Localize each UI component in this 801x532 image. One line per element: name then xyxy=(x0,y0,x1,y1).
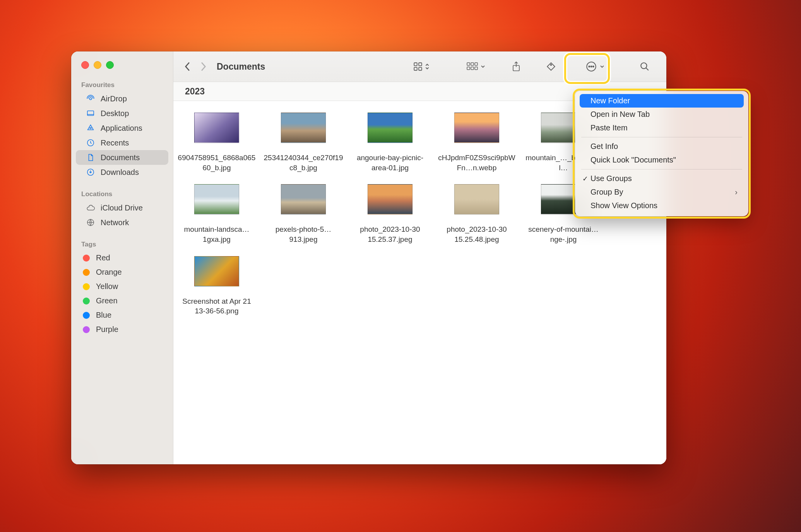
sidebar-item-icloud[interactable]: iCloud Drive xyxy=(76,200,168,215)
menu-item-label: Show View Options xyxy=(590,201,657,210)
menu-item[interactable]: Paste Item xyxy=(580,121,744,135)
close-window-button[interactable] xyxy=(81,61,89,69)
file-name: 25341240344_ce270f19c8_b.jpg xyxy=(263,153,344,173)
sidebar-item-label: iCloud Drive xyxy=(101,204,143,212)
menu-item[interactable]: Show View Options xyxy=(580,199,744,212)
menu-item-label: Open in New Tab xyxy=(590,110,650,119)
file-thumbnail xyxy=(454,113,499,143)
file-name: 6904758951_6868a06560_b.jpg xyxy=(176,153,257,173)
tag-dot-icon xyxy=(83,326,90,333)
svg-rect-12 xyxy=(475,63,478,65)
menu-item[interactable]: ✓Use Groups xyxy=(580,172,744,185)
downloads-icon xyxy=(86,168,95,177)
file-name: Screenshot at Apr 21 13-36-56.png xyxy=(176,296,257,316)
sidebar-item-recents[interactable]: Recents xyxy=(76,135,168,150)
tags-header: Tags xyxy=(71,238,173,251)
file-thumbnail xyxy=(194,113,239,143)
file-item[interactable]: Screenshot at Apr 21 13-36-56.png xyxy=(173,256,260,316)
tag-dot-icon xyxy=(83,298,90,304)
tag-orange[interactable]: Orange xyxy=(71,265,173,279)
svg-rect-7 xyxy=(419,63,422,66)
toolbar: Documents xyxy=(173,51,666,82)
menu-item[interactable]: Quick Look "Documents" xyxy=(580,153,744,167)
file-item[interactable]: photo_2023-10-30 15.25.48.jpeg xyxy=(433,184,520,244)
svg-rect-15 xyxy=(475,67,478,70)
menu-item-label: Use Groups xyxy=(590,174,632,183)
applications-icon xyxy=(86,123,95,133)
menu-item[interactable]: Group By› xyxy=(580,185,744,199)
file-item[interactable]: cHJpdmF0ZS9sci9pbWFn…n.webp xyxy=(433,113,520,173)
file-name: mountain-landsca…1gxa.jpg xyxy=(176,224,257,244)
window-title: Documents xyxy=(217,62,265,72)
forward-button[interactable] xyxy=(197,60,209,74)
file-name: cHJpdmF0ZS9sci9pbWFn…n.webp xyxy=(436,153,517,173)
minimize-window-button[interactable] xyxy=(94,61,101,69)
svg-rect-1 xyxy=(87,111,94,116)
fullscreen-window-button[interactable] xyxy=(106,61,114,69)
back-button[interactable] xyxy=(182,60,193,74)
chevron-down-icon xyxy=(481,65,485,68)
menu-item[interactable]: Get Info xyxy=(580,140,744,153)
sidebar-item-documents[interactable]: Documents xyxy=(76,150,168,165)
file-item[interactable]: mountain-landsca…1gxa.jpg xyxy=(173,184,260,244)
sidebar-item-airdrop[interactable]: AirDrop xyxy=(76,91,168,106)
sidebar-item-label: Documents xyxy=(101,153,140,162)
menu-item[interactable]: New Folder xyxy=(580,94,744,108)
tag-purple[interactable]: Purple xyxy=(71,322,173,337)
recents-icon xyxy=(86,138,95,147)
sidebar: Favourites AirDrop Desktop Applications … xyxy=(71,51,173,464)
file-thumbnail xyxy=(281,113,326,143)
tag-red[interactable]: Red xyxy=(71,251,173,265)
svg-rect-8 xyxy=(414,67,417,70)
tag-yellow[interactable]: Yellow xyxy=(71,279,173,294)
sidebar-item-desktop[interactable]: Desktop xyxy=(76,106,168,121)
share-button[interactable] xyxy=(505,59,527,74)
group-view-button[interactable] xyxy=(464,59,488,74)
tag-blue[interactable]: Blue xyxy=(71,308,173,322)
tag-label: Green xyxy=(96,296,118,305)
locations-header: Locations xyxy=(71,187,173,200)
file-item[interactable]: 25341240344_ce270f19c8_b.jpg xyxy=(260,113,347,173)
svg-rect-6 xyxy=(414,63,417,66)
file-item[interactable]: angourie-bay-picnic-area-01.jpg xyxy=(347,113,433,173)
sidebar-item-network[interactable]: Network xyxy=(76,215,168,230)
cloud-icon xyxy=(86,203,95,212)
check-icon: ✓ xyxy=(582,174,588,183)
window-controls xyxy=(71,61,173,78)
menu-divider xyxy=(581,137,742,137)
svg-point-2 xyxy=(90,127,91,129)
file-item[interactable]: pexels-photo-5…913.jpeg xyxy=(260,184,347,244)
updown-icon xyxy=(425,63,430,70)
file-name: photo_2023-10-30 15.25.37.jpeg xyxy=(349,224,431,244)
svg-point-0 xyxy=(89,98,92,100)
sidebar-item-applications[interactable]: Applications xyxy=(76,121,168,135)
menu-item-label: Group By xyxy=(590,188,623,197)
menu-item[interactable]: Open in New Tab xyxy=(580,108,744,121)
file-item[interactable]: photo_2023-10-30 15.25.37.jpeg xyxy=(347,184,433,244)
favourites-header: Favourites xyxy=(71,78,173,91)
file-item[interactable]: 6904758951_6868a06560_b.jpg xyxy=(173,113,260,173)
sidebar-item-label: AirDrop xyxy=(101,94,127,103)
sidebar-item-downloads[interactable]: Downloads xyxy=(76,165,168,180)
icon-view-button[interactable] xyxy=(410,59,433,74)
chevron-down-icon xyxy=(600,65,604,68)
tag-label: Purple xyxy=(96,325,118,334)
sidebar-item-label: Recents xyxy=(101,139,129,147)
svg-rect-11 xyxy=(471,63,474,65)
file-thumbnail xyxy=(194,184,239,214)
sidebar-item-label: Applications xyxy=(101,124,142,133)
desktop-icon xyxy=(86,109,95,118)
group-header-label: 2023 xyxy=(185,86,205,97)
svg-rect-10 xyxy=(467,63,470,65)
tag-dot-icon xyxy=(83,269,90,276)
file-thumbnail xyxy=(281,184,326,214)
file-name: pexels-photo-5…913.jpeg xyxy=(263,224,344,244)
tags-button[interactable] xyxy=(540,59,562,74)
search-button[interactable] xyxy=(634,59,656,74)
file-thumbnail xyxy=(194,256,239,286)
tag-green[interactable]: Green xyxy=(71,294,173,308)
more-actions-button[interactable] xyxy=(583,59,608,74)
svg-rect-14 xyxy=(471,67,474,70)
file-name: scenery-of-mountai…nge-.jpg xyxy=(523,224,604,244)
menu-item-label: Get Info xyxy=(590,142,618,151)
